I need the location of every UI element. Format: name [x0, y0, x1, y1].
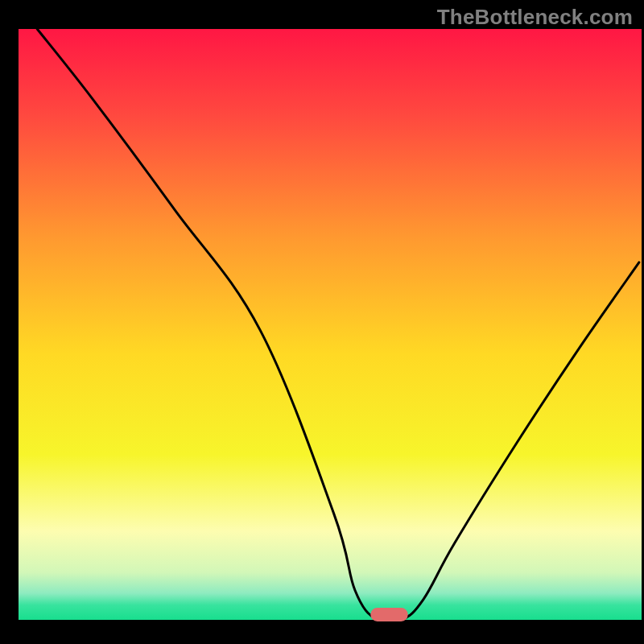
chart-container: TheBottleneck.com — [0, 0, 644, 644]
optimal-marker — [370, 608, 407, 621]
bottleneck-chart — [0, 0, 644, 644]
chart-background — [19, 29, 642, 620]
watermark-text: TheBottleneck.com — [437, 5, 633, 30]
